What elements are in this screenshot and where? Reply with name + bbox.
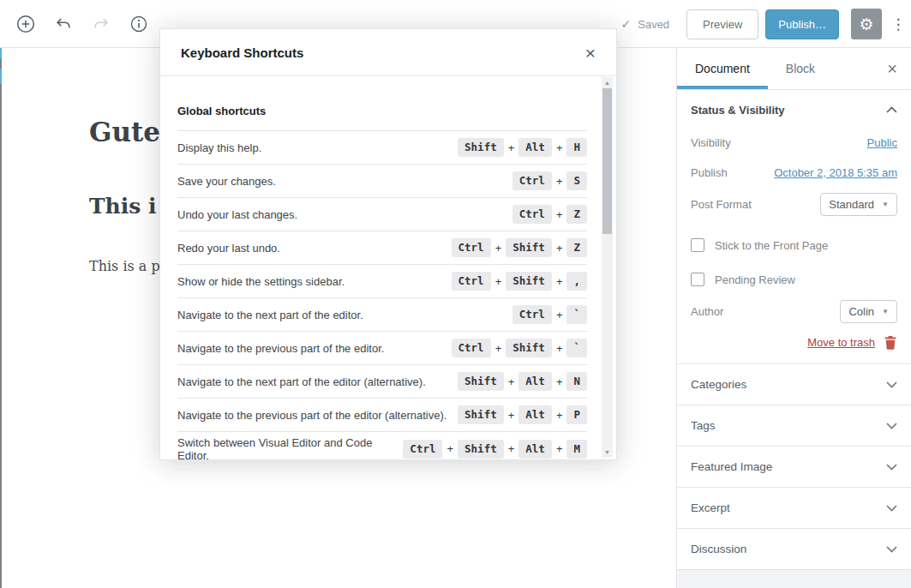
publish-button[interactable]: Publish… xyxy=(765,9,839,39)
undo-button[interactable] xyxy=(48,9,79,39)
chevron-down-icon xyxy=(886,464,897,471)
author-value: Colin xyxy=(848,305,874,318)
plus-separator: + xyxy=(495,242,502,255)
shortcut-keys: Ctrl+Shift+Alt+M xyxy=(403,440,587,459)
publish-label: Publish xyxy=(691,166,728,179)
sidebar-panel-toggle[interactable]: Featured Image xyxy=(677,447,911,488)
sidebar-close-button[interactable]: × xyxy=(873,48,911,89)
save-status: ✓ Saved xyxy=(621,17,670,31)
modal-title: Keyboard Shortcuts xyxy=(181,45,303,60)
more-options-button[interactable]: ⋮ xyxy=(890,9,906,39)
undo-icon xyxy=(54,15,73,33)
sidebar-panel-title: Tags xyxy=(691,419,716,432)
shortcut-description: Navigate to the previous part of the edi… xyxy=(177,409,447,422)
sidebar-panel-title: Excerpt xyxy=(691,501,730,514)
sidebar-panel-toggle[interactable]: Tags xyxy=(677,405,911,447)
publish-date-link[interactable]: October 2, 2018 5:35 am xyxy=(774,166,897,179)
shortcut-list: Global shortcuts Display this help. Shif… xyxy=(160,77,616,459)
shortcut-keys: Ctrl+Shift+, xyxy=(452,272,587,291)
kbd-key: Shift xyxy=(506,272,552,291)
shortcut-row: Show or hide the settings sidebar. Ctrl+… xyxy=(177,265,587,298)
sticky-checkbox[interactable] xyxy=(691,238,704,252)
preview-button[interactable]: Preview xyxy=(686,9,758,39)
tab-block[interactable]: Block xyxy=(768,48,833,89)
shortcut-description: Navigate to the previous part of the edi… xyxy=(177,342,384,355)
chevron-down-icon xyxy=(886,505,897,512)
block-inserter-button[interactable] xyxy=(10,9,41,39)
author-select[interactable]: Colin ▼ xyxy=(840,300,897,323)
shortcut-description: Undo your last changes. xyxy=(177,208,297,221)
plus-separator: + xyxy=(556,309,563,321)
kbd-key: Ctrl xyxy=(452,339,491,357)
post-paragraph-block[interactable]: This is a pa xyxy=(89,258,168,274)
sidebar-panel-toggle[interactable]: Discussion xyxy=(677,529,911,570)
post-format-value: Standard xyxy=(829,198,874,211)
modal-scrollbar[interactable]: ▲ ▼ xyxy=(602,77,613,458)
shortcut-row: Switch between Visual Editor and Code Ed… xyxy=(177,432,587,460)
shortcut-section-title: Global shortcuts xyxy=(177,105,587,131)
kbd-key: Ctrl xyxy=(452,272,491,291)
left-edge-accent xyxy=(0,48,2,59)
kbd-key: , xyxy=(566,272,587,291)
content-structure-button[interactable] xyxy=(123,9,154,39)
kbd-key: Z xyxy=(566,238,587,257)
sidebar-panel-toggle[interactable]: Excerpt xyxy=(677,488,911,529)
trash-icon[interactable] xyxy=(884,335,897,350)
kbd-key: ` xyxy=(566,339,587,357)
kbd-key: Shift xyxy=(458,372,504,391)
shortcut-keys: Ctrl+Z xyxy=(512,205,587,224)
plus-circle-icon xyxy=(15,14,36,34)
sidebar-panel-title: Categories xyxy=(691,378,746,391)
post-format-select[interactable]: Standard ▼ xyxy=(820,193,897,216)
status-panel-header[interactable]: Status & Visibility xyxy=(691,102,897,117)
plus-separator: + xyxy=(556,342,563,355)
plus-separator: + xyxy=(508,141,515,154)
kbd-key: Shift xyxy=(458,440,504,459)
plus-separator: + xyxy=(556,208,563,221)
shortcut-row: Navigate to the previous part of the edi… xyxy=(177,399,587,432)
chevron-up-icon xyxy=(886,106,897,113)
shortcut-description: Navigate to the next part of the editor … xyxy=(177,375,426,388)
shortcut-row: Navigate to the previous part of the edi… xyxy=(177,332,587,365)
shortcut-description: Switch between Visual Editor and Code Ed… xyxy=(177,436,403,461)
post-title[interactable]: Gute xyxy=(89,117,160,147)
settings-gear-button[interactable]: ⚙ xyxy=(851,9,882,39)
sidebar-panel-toggle[interactable]: Categories xyxy=(677,364,911,405)
plus-separator: + xyxy=(556,275,563,288)
info-icon xyxy=(129,15,148,33)
kbd-key: Alt xyxy=(518,440,552,459)
shortcut-keys: Ctrl+S xyxy=(512,171,587,190)
redo-button[interactable] xyxy=(86,9,117,39)
pending-review-checkbox[interactable] xyxy=(691,273,704,286)
sidebar-tabs: Document Block × xyxy=(677,48,911,90)
plus-separator: + xyxy=(495,342,502,355)
plus-separator: + xyxy=(556,375,563,388)
kbd-key: P xyxy=(566,405,587,424)
status-panel-title: Status & Visibility xyxy=(691,104,785,117)
scrollbar-thumb[interactable] xyxy=(602,88,612,234)
sidebar-panel-title: Discussion xyxy=(691,543,746,555)
tab-document[interactable]: Document xyxy=(677,48,768,89)
shortcut-description: Redo your last undo. xyxy=(177,242,280,255)
shortcut-row: Display this help. Shift+Alt+H xyxy=(177,131,587,165)
scroll-up-icon[interactable]: ▲ xyxy=(602,80,613,86)
post-format-label: Post Format xyxy=(691,198,752,211)
shortcut-row: Navigate to the next part of the editor … xyxy=(177,365,587,399)
move-to-trash-link[interactable]: Move to trash xyxy=(807,336,875,349)
post-heading-block[interactable]: This i xyxy=(89,194,157,219)
save-status-label: Saved xyxy=(638,18,669,31)
check-icon: ✓ xyxy=(621,17,632,31)
scroll-down-icon[interactable]: ▼ xyxy=(602,449,613,455)
modal-close-button[interactable]: × xyxy=(585,44,596,62)
pending-review-label: Pending Review xyxy=(715,273,795,286)
kbd-key: Shift xyxy=(458,405,504,424)
left-edge-accent xyxy=(0,69,2,84)
chevron-down-icon xyxy=(886,546,897,553)
plus-separator: + xyxy=(556,442,563,455)
visibility-value-link[interactable]: Public xyxy=(867,136,897,149)
shortcut-keys: Shift+Alt+P xyxy=(458,405,587,424)
plus-separator: + xyxy=(447,442,453,455)
gear-icon: ⚙ xyxy=(859,15,873,33)
kbd-key: Shift xyxy=(506,238,552,257)
chevron-down-icon: ▼ xyxy=(882,308,889,315)
